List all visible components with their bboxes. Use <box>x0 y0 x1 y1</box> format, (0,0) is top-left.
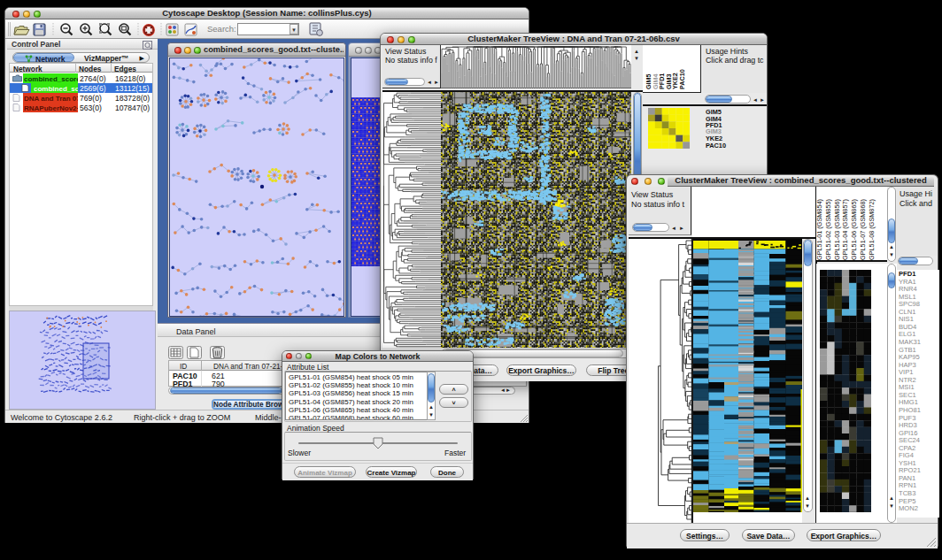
svg-text:GPL51-02 (GSM855): GPL51-02 (GSM855) <box>824 199 832 260</box>
svg-text:GPL51-07 (GSM868): GPL51-07 (GSM868) <box>859 199 867 260</box>
svg-text:GPL51-01 (GSM854): GPL51-01 (GSM854) <box>816 199 823 260</box>
svg-text:GPL51-08 (GSM872): GPL51-08 (GSM872) <box>868 199 876 260</box>
svg-text:GPL51-06 (GSM865): GPL51-06 (GSM865) <box>850 199 858 260</box>
svg-text:GPL51-04 (GSM857): GPL51-04 (GSM857) <box>841 199 849 260</box>
svg-text:PAC10: PAC10 <box>678 69 686 89</box>
svg-text:GPL51-03 (GSM856): GPL51-03 (GSM856) <box>833 199 841 260</box>
